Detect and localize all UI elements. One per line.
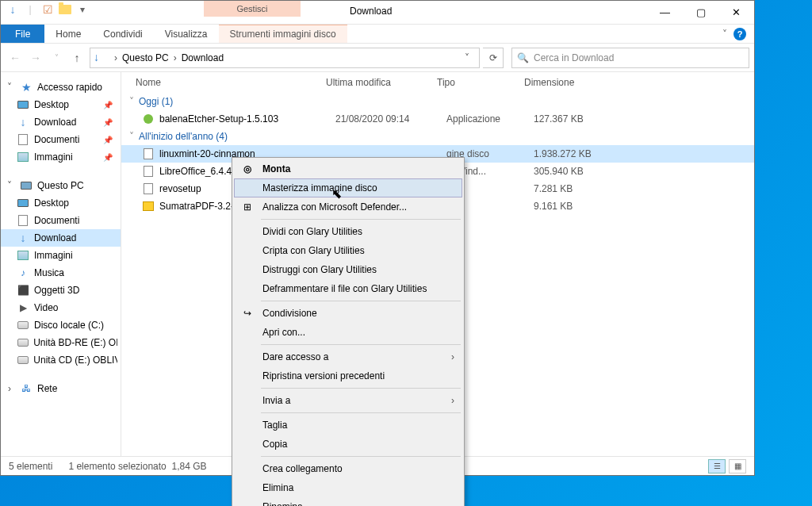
tab-view[interactable]: Visualizza: [154, 25, 219, 43]
minimize-button[interactable]: —: [647, 1, 683, 23]
titlebar: ↓ | ☑ ▾ Gestisci Download — ▢ ✕: [1, 1, 754, 25]
group-header[interactable]: ˅Oggi (1): [121, 93, 754, 110]
menu-item-analizza-con-microsoft-defender[interactable]: ⊞Analizza con Microsoft Defender...: [234, 197, 462, 217]
nav-arrows: ← → ˅ ↑: [6, 48, 86, 67]
forward-button[interactable]: →: [26, 48, 45, 67]
menu-item-deframmentare-il-file-con-glary-utilities[interactable]: Deframmentare il file con Glary Utilitie…: [234, 279, 462, 298]
menu-item-distruggi-con-glary-utilities[interactable]: Distruggi con Glary Utilities: [234, 260, 462, 279]
menu-item-label: Monta: [262, 163, 290, 174]
sidebar-item-documenti[interactable]: Documenti: [1, 212, 121, 229]
sidebar-item-immagini[interactable]: Immagini📌: [1, 148, 121, 166]
col-modified[interactable]: Ultima modifica: [326, 77, 437, 88]
quick-access-toolbar: ↓ | ☑ ▾: [1, 1, 94, 18]
sidebar-item-musica[interactable]: ♪Musica: [1, 264, 121, 282]
crumb-thispc[interactable]: Questo PC: [121, 52, 170, 63]
qat-separator: |: [23, 2, 37, 17]
menu-item-label: Crea collegamento: [262, 463, 343, 474]
menu-item-label: Condivisione: [262, 308, 317, 319]
pin-icon: 📌: [103, 101, 113, 109]
sidebar-item-unit-bd-re-e-ob[interactable]: Unità BD-RE (E:) OB: [1, 334, 121, 351]
tab-disc-image-tools[interactable]: Strumenti immagini disco: [219, 25, 347, 43]
thumbnails-view-button[interactable]: ▦: [729, 459, 746, 473]
menu-item-label: Ripristina versioni precedenti: [262, 370, 385, 381]
menu-item-taglia[interactable]: Taglia: [234, 416, 462, 435]
menu-separator: [261, 388, 461, 389]
menu-item-label: Copia: [262, 439, 287, 450]
menu-separator: [261, 456, 461, 457]
down-arrow-icon[interactable]: ↓: [6, 2, 20, 17]
menu-item-label: Rinomina: [262, 501, 303, 506]
sidebar-item-disco-locale-c-[interactable]: Disco locale (C:): [1, 316, 121, 334]
tab-share[interactable]: Condividi: [92, 25, 153, 43]
sidebar-item-download[interactable]: ↓Download: [1, 229, 121, 247]
file-name: balenaEtcher-Setup-1.5.103: [159, 113, 335, 125]
details-view-button[interactable]: ☰: [708, 459, 726, 473]
menu-item-crea-collegamento[interactable]: Crea collegamento: [234, 459, 462, 478]
search-placeholder: Cerca in Download: [534, 52, 614, 63]
col-type[interactable]: Tipo: [437, 77, 524, 88]
crumb-sep-icon[interactable]: ›: [170, 52, 180, 63]
sidebar-item-download[interactable]: ↓Download📌: [1, 113, 121, 131]
recent-dropdown[interactable]: ˅: [47, 48, 66, 67]
menu-item-invia-a[interactable]: Invia a›: [234, 391, 462, 410]
sidebar-item-oggetti-3d[interactable]: ⬛Oggetti 3D: [1, 282, 121, 299]
crumb-download[interactable]: Download: [180, 52, 225, 63]
col-name[interactable]: Nome: [136, 77, 326, 88]
menu-separator: [261, 344, 461, 345]
column-headers: Nome Ultima modifica Tipo Dimensione: [121, 72, 754, 93]
sidebar-item-unit-cd-e-obliv[interactable]: Unità CD (E:) OBLIV: [1, 351, 121, 369]
chevron-down-icon: ˅: [129, 96, 134, 107]
menu-item-ripristina-versioni-precedenti[interactable]: Ripristina versioni precedenti: [234, 366, 462, 385]
sidebar-root-rete[interactable]: ›🖧Rete: [1, 380, 121, 397]
menu-item-icon: ◎: [240, 162, 255, 176]
close-button[interactable]: ✕: [718, 1, 754, 23]
menu-separator: [261, 301, 461, 301]
menu-item-monta[interactable]: ◎Monta: [234, 159, 462, 178]
sidebar-item-video[interactable]: ▶Video: [1, 299, 121, 316]
tab-file[interactable]: File: [1, 25, 44, 43]
menu-item-cripta-con-glary-utilities[interactable]: Cripta con Glary Utilities: [234, 241, 462, 260]
refresh-button[interactable]: ⟳: [483, 48, 504, 68]
menu-item-dare-accesso-a[interactable]: Dare accesso a›: [234, 347, 462, 366]
group-header[interactable]: ˅All'inizio dell'anno (4): [121, 128, 754, 145]
menu-item-icon: ↪: [240, 306, 255, 320]
help-icon[interactable]: ?: [733, 28, 746, 40]
menu-item-label: Dare accesso a: [262, 351, 328, 362]
sidebar-root-accesso-rapido[interactable]: ˅★Accesso rapido: [1, 79, 121, 96]
back-button[interactable]: ←: [6, 48, 25, 67]
qat-dropdown-icon[interactable]: ▾: [75, 2, 90, 17]
menu-item-label: Apri con...: [262, 327, 305, 338]
menu-item-copia[interactable]: Copia: [234, 435, 462, 454]
menu-item-apri-con[interactable]: Apri con...: [234, 323, 462, 342]
tab-home[interactable]: Home: [44, 25, 92, 43]
sidebar-item-desktop[interactable]: Desktop: [1, 194, 121, 212]
menu-item-label: Masterizza immagine disco: [262, 182, 377, 194]
address-dropdown-icon[interactable]: ˅: [458, 52, 476, 63]
sidebar-item-documenti[interactable]: Documenti📌: [1, 131, 121, 148]
menu-item-rinomina[interactable]: Rinomina: [234, 497, 462, 506]
menu-item-dividi-con-glary-utilities[interactable]: Dividi con Glary Utilities: [234, 222, 462, 241]
file-icon: [142, 113, 155, 125]
file-size: 127.367 KB: [534, 113, 613, 125]
window-controls: — ▢ ✕: [647, 1, 754, 23]
pin-icon: 📌: [103, 136, 113, 144]
search-input[interactable]: 🔍 Cerca in Download: [511, 48, 749, 68]
submenu-arrow-icon: ›: [451, 395, 454, 406]
sidebar-root-questo-pc[interactable]: ˅Questo PC: [1, 177, 121, 194]
menu-item-condivisione[interactable]: ↪Condivisione: [234, 304, 462, 323]
folder-icon[interactable]: [58, 2, 72, 17]
menu-item-elimina[interactable]: Elimina: [234, 478, 462, 497]
sidebar-item-desktop[interactable]: Desktop📌: [1, 96, 121, 113]
context-menu: ◎MontaMasterizza immagine disco⊞Analizza…: [232, 157, 465, 506]
sidebar: ˅★Accesso rapidoDesktop📌↓Download📌Docume…: [1, 72, 121, 456]
maximize-button[interactable]: ▢: [683, 1, 718, 23]
checkbox-icon[interactable]: ☑: [40, 2, 55, 17]
menu-item-masterizza-immagine-disco[interactable]: Masterizza immagine disco: [234, 178, 462, 197]
crumb-sep-icon[interactable]: ›: [111, 52, 121, 63]
ribbon-expand-icon[interactable]: ˅: [722, 29, 727, 40]
file-row[interactable]: balenaEtcher-Setup-1.5.10321/08/2020 09:…: [121, 110, 754, 128]
col-size[interactable]: Dimensione: [524, 77, 603, 88]
up-button[interactable]: ↑: [67, 48, 86, 67]
sidebar-item-immagini[interactable]: Immagini: [1, 247, 121, 264]
address-bar[interactable]: ↓ › Questo PC › Download ˅: [90, 48, 480, 68]
